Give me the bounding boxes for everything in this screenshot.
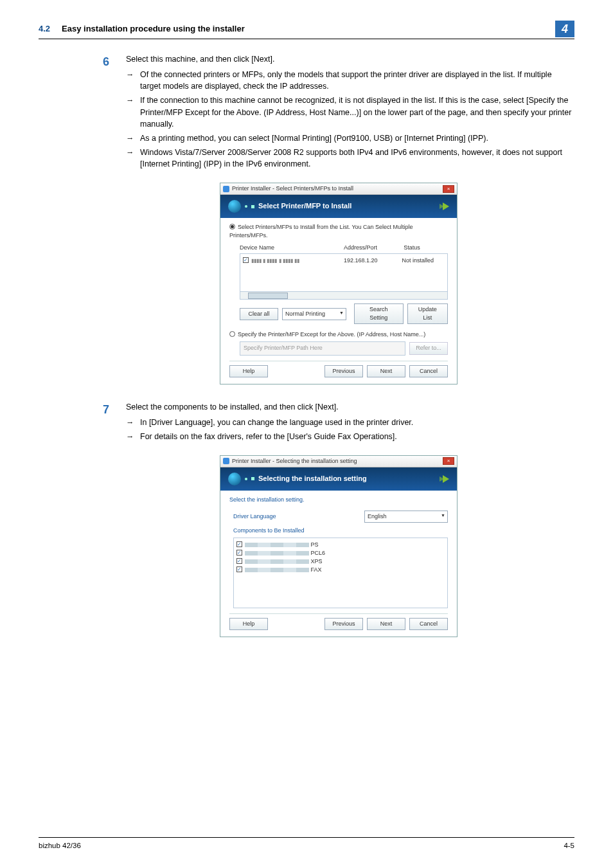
bullet-text: Windows Vista/7/Server 2008/Server 2008 … xyxy=(140,147,574,170)
app-icon xyxy=(223,458,229,464)
clear-all-button[interactable]: Clear all xyxy=(240,308,278,320)
dialog-banner: Selecting the installation setting xyxy=(220,467,457,491)
refer-to-button[interactable]: Refer to... xyxy=(409,342,448,354)
arrow-icon: → xyxy=(126,132,140,144)
bullet-text: Of the connected printers or MFPs, only … xyxy=(140,69,574,92)
update-list-button[interactable]: Update List xyxy=(407,303,448,324)
device-name-redacted: ▮▮▮▮ ▮ ▮▮▮▮ ▮ ▮▮▮▮ ▮▮ xyxy=(251,258,299,264)
dialog-titlebar: Printer Installer - Selecting the instal… xyxy=(220,456,457,467)
banner-bullet-icon xyxy=(251,477,254,480)
dialog-installation-setting: Printer Installer - Selecting the instal… xyxy=(220,455,458,637)
component-item[interactable]: PCL6 xyxy=(236,549,445,557)
driver-language-label: Driver Language xyxy=(233,512,364,521)
component-suffix: FAX xyxy=(311,566,322,573)
app-icon xyxy=(223,186,229,192)
component-name-redacted xyxy=(245,559,309,564)
cancel-button[interactable]: Cancel xyxy=(409,365,448,377)
section-title: Easy installation procedure using the in… xyxy=(62,23,245,35)
radio-select-from-list[interactable]: Select Printers/MFPs to Install from the… xyxy=(229,223,448,240)
step-text: Select this machine, and then click [Nex… xyxy=(126,53,574,65)
col-address-port: Address/Port xyxy=(344,244,404,252)
printer-path-input[interactable]: Specify Printer/MFP Path Here xyxy=(240,341,405,355)
component-name-redacted xyxy=(245,568,309,572)
close-icon[interactable]: × xyxy=(443,457,454,465)
footer-model: bizhub 42/36 xyxy=(39,840,81,851)
instruction-text: Select the installation setting. xyxy=(229,496,448,504)
components-label: Components to Be Installed xyxy=(233,527,448,535)
dialog-select-printer: Printer Installer - Select Printers/MFPs… xyxy=(220,183,458,384)
banner-dot-icon xyxy=(245,205,247,208)
banner-orb-icon xyxy=(228,200,241,213)
section-number: 4.2 xyxy=(39,23,50,35)
step-7: 7 Select the components to be installed,… xyxy=(103,401,574,445)
dialog-banner: Select Printer/MFP to Install xyxy=(220,195,457,218)
page-footer: bizhub 42/36 4-5 xyxy=(39,837,574,851)
banner-orb-icon xyxy=(228,473,241,485)
checkbox-icon[interactable] xyxy=(236,541,242,547)
driver-language-dropdown[interactable]: English xyxy=(364,511,448,523)
component-name-redacted xyxy=(245,543,309,547)
device-address: 192.168.1.20 xyxy=(344,257,402,265)
component-item[interactable]: PS xyxy=(236,541,445,549)
cancel-button[interactable]: Cancel xyxy=(409,618,448,630)
arrow-icon: → xyxy=(126,417,140,428)
bullet-text: As a printing method, you can select [No… xyxy=(140,132,574,144)
bullet-text: For details on the fax drivers, refer to… xyxy=(140,431,574,442)
dialog-titlebar: Printer Installer - Select Printers/MFPs… xyxy=(220,183,457,195)
component-item[interactable]: XPS xyxy=(236,557,445,566)
next-button[interactable]: Next xyxy=(367,365,405,377)
radio-specify-printer[interactable]: Specify the Printer/MFP Except for the A… xyxy=(229,330,448,339)
banner-bullet-icon xyxy=(251,205,254,208)
checkbox-icon[interactable] xyxy=(236,558,242,564)
banner-dot-icon xyxy=(245,478,247,480)
component-item[interactable]: FAX xyxy=(236,566,445,574)
arrow-icon: → xyxy=(126,147,140,170)
chapter-number-box: 4 xyxy=(555,21,574,37)
component-suffix: PS xyxy=(311,541,319,548)
page-header: 4.2 Easy installation procedure using th… xyxy=(39,21,574,39)
col-status: Status xyxy=(404,244,448,252)
step-number: 6 xyxy=(103,53,126,172)
component-name-redacted xyxy=(245,551,309,556)
previous-button[interactable]: Previous xyxy=(324,365,363,377)
component-suffix: XPS xyxy=(311,558,323,565)
banner-arrow-icon xyxy=(441,475,449,483)
radio-icon xyxy=(229,331,235,337)
step-text: Select the components to be installed, a… xyxy=(126,401,574,413)
arrow-icon: → xyxy=(126,95,140,129)
checkbox-icon[interactable] xyxy=(236,566,242,572)
next-button[interactable]: Next xyxy=(367,618,405,630)
previous-button[interactable]: Previous xyxy=(324,618,363,630)
help-button[interactable]: Help xyxy=(229,618,268,630)
banner-title: Select Printer/MFP to Install xyxy=(258,201,351,212)
banner-arrow-icon xyxy=(441,203,449,210)
checkbox-icon[interactable] xyxy=(243,257,249,263)
dialog-title: Printer Installer - Selecting the instal… xyxy=(232,457,357,466)
component-suffix: PCL6 xyxy=(311,550,326,556)
footer-page-number: 4-5 xyxy=(564,840,574,851)
col-device-name: Device Name xyxy=(240,244,344,252)
printer-list[interactable]: ▮▮▮▮ ▮ ▮▮▮▮ ▮ ▮▮▮▮ ▮▮ 192.168.1.20 Not i… xyxy=(240,253,448,292)
arrow-icon: → xyxy=(126,431,140,442)
bullet-text: In [Driver Language], you can change the… xyxy=(140,417,574,428)
device-status: Not installed xyxy=(402,257,445,265)
search-setting-button[interactable]: Search Setting xyxy=(354,303,404,324)
bullet-text: If the connection to this machine cannot… xyxy=(140,95,574,129)
step-6: 6 Select this machine, and then click [N… xyxy=(103,53,574,172)
checkbox-icon[interactable] xyxy=(236,550,242,556)
printing-method-dropdown[interactable]: Normal Printing xyxy=(282,308,346,320)
dialog-title: Printer Installer - Select Printers/MFPs… xyxy=(232,185,353,193)
radio-icon xyxy=(229,224,235,230)
banner-title: Selecting the installation setting xyxy=(258,474,367,484)
help-button[interactable]: Help xyxy=(229,365,268,377)
horizontal-scrollbar[interactable] xyxy=(240,292,448,300)
step-number: 7 xyxy=(103,401,126,445)
close-icon[interactable]: × xyxy=(443,185,454,193)
arrow-icon: → xyxy=(126,69,140,92)
